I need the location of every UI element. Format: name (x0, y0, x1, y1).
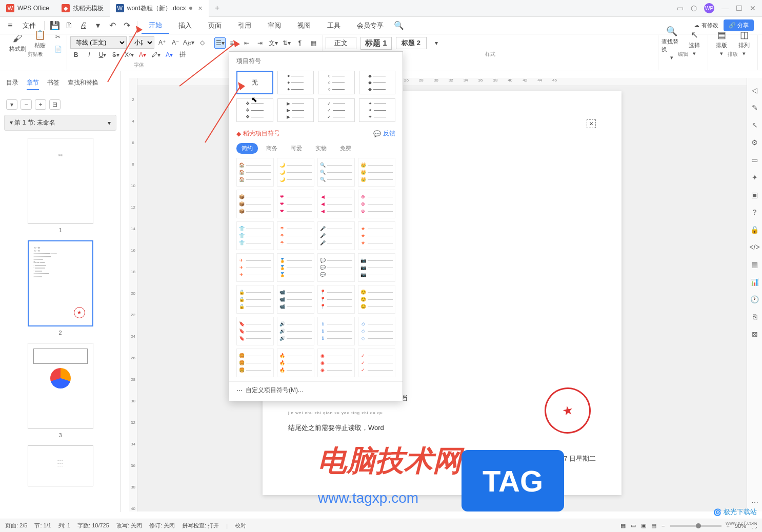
view-read-icon[interactable]: ▭ (631, 522, 636, 529)
menu-review[interactable]: 审阅 (260, 18, 288, 33)
cube-icon[interactable]: ⬡ (691, 4, 697, 12)
fancy-bullet-option[interactable]: ☂☂☂ (277, 221, 314, 250)
fancy-bullet-option[interactable]: 🔥🔥🔥 (277, 349, 314, 377)
decrease-indent-icon[interactable]: ⇤ (241, 37, 252, 49)
fancy-bullet-option[interactable]: ❤❤❤ (277, 190, 314, 218)
bullet-circle[interactable]: ○○○ (318, 71, 355, 94)
copy-icon[interactable]: ⎘ (753, 313, 757, 321)
bookmark-icon[interactable]: ▣ (751, 191, 758, 199)
status-section[interactable]: 节: 1/1 (34, 522, 51, 529)
nav-tab-find[interactable]: 查找和替换 (68, 78, 98, 90)
tab-templates[interactable]: ◆ 找稻壳模板 (55, 0, 110, 17)
pencil-icon[interactable]: ✎ (752, 104, 758, 112)
fancy-bullet-option[interactable]: ◉◉◉ (317, 349, 355, 377)
fancy-bullet-option[interactable]: 📍📍📍 (317, 285, 355, 314)
custom-bullets-link[interactable]: ⋯ 自定义项目符号(M)... (229, 381, 403, 397)
fancy-bullet-option[interactable]: ℹℹℹ (317, 317, 355, 345)
zoom-slider[interactable] (670, 525, 721, 527)
fancy-bullet-option[interactable]: 🔍🔍🔍 (317, 158, 355, 187)
fancy-bullet-option[interactable]: ◀◀◀ (317, 190, 355, 218)
close-icon[interactable]: ⊠ (752, 330, 758, 338)
fancy-bullet-option[interactable]: ◇◇◇ (358, 317, 395, 345)
settings-icon[interactable]: ⚙ (751, 138, 758, 147)
bold-icon[interactable]: B (70, 49, 82, 60)
status-page[interactable]: 页面: 2/5 (5, 522, 27, 529)
save-icon[interactable]: 💾 (49, 19, 61, 32)
nav-tab-toc[interactable]: 目录 (6, 78, 18, 90)
fancy-bullet-option[interactable]: 🔖🔖🔖 (236, 317, 274, 345)
nav-tab-bookmarks[interactable]: 书签 (47, 78, 59, 90)
increase-indent-icon[interactable]: ⇥ (254, 37, 266, 49)
layout-icon[interactable]: ▤ (751, 260, 758, 269)
view-print-icon[interactable]: ▦ (620, 522, 626, 529)
bullet-triangle[interactable]: ▶▶▶ (277, 98, 314, 122)
close-icon[interactable]: × (198, 4, 203, 12)
menu-view[interactable]: 视图 (290, 18, 318, 33)
fancy-bullet-option[interactable]: ⊗⊗⊗ (358, 190, 395, 218)
font-effect-icon[interactable]: A▾ (164, 49, 175, 60)
status-proof[interactable]: 校对 (235, 522, 246, 529)
show-marks-icon[interactable]: ¶ (294, 37, 306, 49)
maximize-icon[interactable]: ☐ (736, 4, 743, 12)
fancy-bullet-option[interactable]: 🏠🏠🏠 (236, 158, 274, 187)
panel-icon[interactable]: ▭ (677, 4, 684, 12)
fancy-bullet-option[interactable]: 🎤🎤🎤 (317, 221, 355, 250)
popup-tab-real[interactable]: 实物 (310, 143, 332, 154)
style-normal[interactable]: 正文 (326, 37, 356, 49)
fancy-bullet-option[interactable]: 😊😊😊 (358, 285, 395, 314)
fancy-bullet-option[interactable]: 💬💬💬 (317, 253, 355, 282)
print-icon[interactable]: 🖨 (77, 19, 90, 32)
status-revision[interactable]: 修订: 关闭 (149, 522, 175, 529)
tab-wps[interactable]: W WPS Office (0, 0, 55, 17)
fancy-bullet-option[interactable]: 🏅🏅🏅 (277, 253, 314, 282)
style-h1[interactable]: 标题 1 (360, 37, 392, 50)
status-words[interactable]: 字数: 10/725 (77, 522, 109, 529)
zoom-out-icon[interactable]: − (661, 523, 665, 529)
nav-tab-sections[interactable]: 章节 (27, 78, 39, 90)
fancy-bullet-option[interactable]: ✈✈✈ (236, 253, 274, 282)
section-header[interactable]: ▾ 第 1 节: 未命名▾ (4, 115, 116, 131)
bullet-star[interactable]: ✦✦✦ (359, 98, 396, 122)
style-h2[interactable]: 标题 2 (396, 37, 427, 49)
fancy-bullet-option[interactable]: 👑👑👑 (358, 158, 395, 187)
preview-icon[interactable]: 🗎 (63, 19, 75, 32)
border-icon[interactable]: ▦ (308, 37, 319, 49)
clock-icon[interactable]: 🕐 (750, 295, 759, 303)
increase-font-icon[interactable]: A⁺ (156, 37, 168, 48)
menu-page[interactable]: 页面 (201, 18, 229, 33)
bullet-disc[interactable]: ●●● (277, 71, 314, 94)
page-thumb-4[interactable]: ─ ─ ── ─ ── ─ ─ (28, 445, 93, 486)
fancy-bullet-option[interactable]: 🔊🔊🔊 (277, 317, 314, 345)
view-web-icon[interactable]: ▣ (641, 522, 646, 529)
add-icon[interactable]: + (35, 99, 46, 110)
fancy-bullet-option[interactable]: 🌙🌙🌙 (277, 158, 314, 187)
popup-tab-free[interactable]: 免费 (335, 143, 356, 154)
close-window-icon[interactable]: ✕ (750, 4, 756, 12)
delete-icon[interactable]: ⊟ (49, 99, 61, 110)
menu-member[interactable]: 会员专享 (350, 18, 391, 33)
page-icon[interactable]: ▭ (751, 156, 758, 164)
text-direction-icon[interactable]: 文▾ (268, 37, 279, 49)
fancy-bullet-option[interactable]: 📹📹📹 (277, 285, 314, 314)
fancy-bullet-option[interactable]: ✓✓✓ (358, 349, 395, 377)
fancy-bullet-option[interactable]: 👕👕👕 (236, 221, 274, 250)
menu-reference[interactable]: 引用 (231, 18, 258, 33)
sort-icon[interactable]: ⇅▾ (281, 37, 292, 49)
more-icon[interactable]: ⋯ (751, 498, 758, 506)
fancy-bullet-option[interactable]: 📷📷📷 (358, 253, 395, 282)
new-tab-button[interactable]: + (209, 4, 226, 13)
menu-tools[interactable]: 工具 (320, 18, 348, 33)
cut-icon[interactable]: ✂ (52, 31, 64, 43)
page-thumb-1[interactable]: 标题 (28, 138, 93, 224)
italic-icon[interactable]: I (84, 49, 95, 60)
fancy-bullet-option[interactable]: ★★★ (358, 221, 395, 250)
highlight-icon[interactable]: 🖍▾ (150, 49, 162, 60)
status-track[interactable]: 改写: 关闭 (116, 522, 142, 529)
chart-icon[interactable]: 📊 (750, 278, 759, 286)
fancy-bullet-option[interactable]: 🍔🍔🍔 (236, 349, 274, 377)
bullet-diamond[interactable]: ◆◆◆ (359, 71, 396, 94)
view-outline-icon[interactable]: ▤ (651, 522, 656, 529)
collapse-icon[interactable]: ◁ (752, 86, 757, 94)
remove-icon[interactable]: − (21, 99, 32, 110)
page-thumb-3[interactable] (28, 343, 93, 429)
